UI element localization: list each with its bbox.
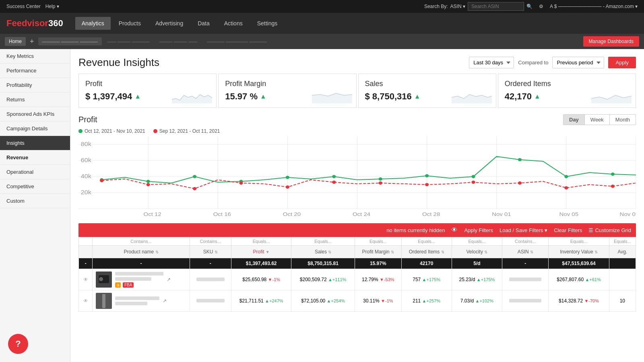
kpi-oi-title: Ordered Items bbox=[505, 80, 629, 88]
filter-col-asin[interactable]: Contains... bbox=[502, 237, 549, 246]
nav-advertising[interactable]: Advertising bbox=[149, 17, 190, 30]
settings-icon[interactable]: ⚙ bbox=[539, 4, 543, 9]
search-by-select[interactable]: ASIN ▾ bbox=[450, 4, 465, 9]
row2-product-sub-blur bbox=[115, 302, 147, 305]
kpi-cards: Profit $ 1,397,494 ▲ Profit Margin 15.97… bbox=[70, 74, 644, 108]
nav-actions[interactable]: Actions bbox=[218, 17, 249, 30]
apply-button[interactable]: Apply bbox=[608, 57, 636, 68]
sidebar-item-revenue[interactable]: Revenue bbox=[0, 150, 70, 165]
search-icon[interactable]: 🔍 bbox=[526, 4, 533, 9]
filter-col-inv[interactable]: Equals... bbox=[549, 237, 609, 246]
sidebar-item-returns[interactable]: Returns bbox=[0, 93, 70, 107]
clear-filters-button[interactable]: Clear Filters bbox=[554, 227, 582, 233]
help-link[interactable]: Help ▾ bbox=[45, 4, 59, 9]
sort-product-icon[interactable]: ⇅ bbox=[155, 250, 159, 254]
tab-breadcrumb4[interactable]: ———— ————— ———— bbox=[203, 37, 271, 45]
th-inventory-value[interactable]: Inventory Value ⇅ bbox=[549, 246, 609, 258]
sidebar-item-custom[interactable]: Custom bbox=[0, 194, 70, 208]
row2-inv-pct: ▼-70% bbox=[584, 298, 599, 303]
sidebar-item-insights[interactable]: Insights bbox=[0, 136, 70, 150]
filter-col-sales[interactable]: Equals... bbox=[291, 237, 355, 246]
tab-home[interactable]: Home bbox=[5, 37, 26, 46]
search-asin-input[interactable] bbox=[468, 2, 524, 11]
filter-col-product[interactable]: Contains... bbox=[93, 237, 190, 246]
sort-oi-icon[interactable]: ⇅ bbox=[441, 250, 444, 254]
time-toggle-month[interactable]: Month bbox=[610, 115, 636, 125]
sidebar-item-campaign-details[interactable]: Campaign Details bbox=[0, 121, 70, 136]
svg-point-38 bbox=[518, 158, 522, 161]
filter-col-sku[interactable]: Contains... bbox=[190, 237, 231, 246]
th-asin[interactable]: ASIN ⇅ bbox=[502, 246, 549, 258]
date-range-select[interactable]: Last 30 days bbox=[469, 57, 514, 68]
svg-text:Nov 09: Nov 09 bbox=[620, 211, 636, 217]
th-avg[interactable]: Avg. bbox=[609, 246, 636, 258]
filter-col-vel[interactable]: Equals... bbox=[452, 237, 502, 246]
row2-sales: $72,105.00 ▲+254% bbox=[291, 290, 355, 312]
svg-point-30 bbox=[147, 180, 150, 183]
row2-eye[interactable]: 👁 bbox=[79, 290, 93, 312]
th-velocity[interactable]: Velocity ⇅ bbox=[452, 246, 502, 258]
th-sales[interactable]: Sales ⇅ bbox=[291, 246, 355, 258]
svg-text:Oct 12: Oct 12 bbox=[144, 211, 161, 217]
time-toggle-day[interactable]: Day bbox=[564, 115, 585, 125]
legend-current-dot bbox=[78, 129, 83, 133]
sort-asin-icon[interactable]: ⇅ bbox=[530, 250, 533, 254]
manage-dashboards-button[interactable]: Manage Dashboards bbox=[583, 36, 639, 47]
sort-pm-icon[interactable]: ⇅ bbox=[391, 250, 394, 254]
th-sku[interactable]: SKU ⇅ bbox=[190, 246, 231, 258]
totals-oi: 42170 bbox=[401, 258, 452, 269]
row1-asin bbox=[502, 269, 549, 290]
tab-breadcrumb1[interactable]: ———— ———— ———— bbox=[38, 37, 102, 45]
sidebar: Key Metrics Performance Profitability Re… bbox=[0, 49, 70, 362]
row1-oi-pct: ▲+175% bbox=[422, 277, 440, 282]
load-save-filters-button[interactable]: Load / Save Filters ▾ bbox=[500, 227, 547, 233]
account-label[interactable]: A $ ————————— - Amazon.com ▾ bbox=[550, 4, 638, 9]
nav-analytics[interactable]: Analytics bbox=[75, 17, 111, 30]
filter-col-avg[interactable]: Equals... bbox=[609, 237, 636, 246]
row1-inv: $267,807.60 ▲+61% bbox=[549, 269, 609, 290]
sidebar-item-competitive[interactable]: Competitive bbox=[0, 179, 70, 194]
sidebar-item-key-metrics[interactable]: Key Metrics bbox=[0, 49, 70, 64]
row1-external-link-icon[interactable]: ↗ bbox=[167, 277, 171, 282]
sort-sku-icon[interactable]: ⇅ bbox=[215, 250, 218, 254]
filter-col-oi[interactable]: Equals... bbox=[401, 237, 452, 246]
tab-add-button[interactable]: + bbox=[27, 37, 37, 46]
sidebar-item-profitability[interactable]: Profitability bbox=[0, 78, 70, 93]
th-profit[interactable]: Profit ▼ bbox=[231, 246, 291, 258]
nav-products[interactable]: Products bbox=[112, 17, 147, 30]
row2-asin bbox=[502, 290, 549, 312]
customize-grid-button[interactable]: ☰ Customize Grid bbox=[588, 227, 631, 233]
filter-col-profit[interactable]: Equals... bbox=[231, 237, 291, 246]
nav-settings[interactable]: Settings bbox=[251, 17, 284, 30]
tab-breadcrumb2[interactable]: —— ——— ———— bbox=[103, 37, 154, 45]
filter-col-pm[interactable]: Equals... bbox=[355, 237, 401, 246]
tab-breadcrumb3[interactable]: ——— ——— —— bbox=[155, 37, 201, 45]
row2-oi-pct: ▲+257% bbox=[422, 298, 440, 303]
th-ordered-items[interactable]: Ordered Items ⇅ bbox=[401, 246, 452, 258]
sort-inv-icon[interactable]: ⇅ bbox=[594, 250, 598, 254]
row2-sales-pct: ▲+254% bbox=[327, 298, 345, 303]
nav-data[interactable]: Data bbox=[191, 17, 216, 30]
row2-vel-pct: ▲+102% bbox=[475, 298, 493, 303]
svg-point-34 bbox=[332, 175, 336, 178]
totals-eye: - bbox=[79, 258, 93, 269]
kpi-sales-title: Sales bbox=[365, 80, 489, 88]
sidebar-item-operational[interactable]: Operational bbox=[0, 165, 70, 179]
success-center-link[interactable]: Success Center bbox=[6, 4, 41, 9]
th-profit-margin[interactable]: Profit Margin ⇅ bbox=[355, 246, 401, 258]
th-product-name[interactable]: Product name ⇅ bbox=[93, 246, 190, 258]
row1-eye[interactable]: 👁 bbox=[79, 269, 93, 290]
sort-sales-icon[interactable]: ⇅ bbox=[328, 250, 331, 254]
legend-current-label: Oct 12, 2021 - Nov 10, 2021 bbox=[85, 128, 145, 134]
sort-profit-icon[interactable]: ▼ bbox=[266, 250, 270, 254]
header-row: Product name ⇅ SKU ⇅ Profit ▼ Sales bbox=[79, 246, 636, 258]
sidebar-item-performance[interactable]: Performance bbox=[0, 64, 70, 78]
time-toggle-week[interactable]: Week bbox=[585, 115, 610, 125]
compared-to-select[interactable]: Previous period bbox=[552, 57, 604, 68]
apply-filters-button[interactable]: Apply Filters bbox=[464, 227, 493, 233]
sidebar-item-sponsored-ads[interactable]: Sponsored Ads KPIs bbox=[0, 107, 70, 121]
svg-point-33 bbox=[286, 176, 289, 179]
row2-external-link-icon[interactable]: ↗ bbox=[163, 298, 167, 304]
sort-vel-icon[interactable]: ⇅ bbox=[484, 250, 487, 254]
svg-text:Nov 05: Nov 05 bbox=[559, 211, 579, 217]
